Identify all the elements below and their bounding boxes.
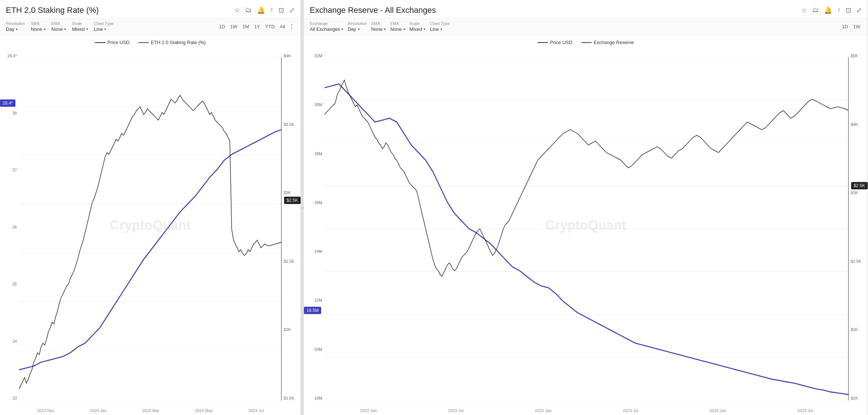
charttype-label: Chart Type [94, 21, 114, 26]
right-scale-label: Scale [410, 21, 426, 26]
ema-label: EMA [51, 21, 66, 26]
scale-select[interactable]: Mixed ▾ [72, 26, 88, 32]
resolution-label: Resolution [6, 21, 25, 26]
right-chart-svg [324, 57, 849, 400]
right-upload-icon[interactable]: ↑ [837, 6, 840, 14]
right-resolution-group: Resolution Day ▾ [348, 21, 367, 32]
star-icon[interactable]: ☆ [234, 6, 240, 14]
right-sma-select[interactable]: None ▾ [371, 26, 386, 32]
right-scale-group: Scale Mixed ▾ [410, 21, 426, 32]
right-charttype-group: Chart Type Line ▾ [430, 21, 450, 32]
right-charttype-select[interactable]: Line ▾ [430, 26, 450, 32]
left-panel-header: ETH 2.0 Staking Rate (%) ☆ 🗂 🔔 ↑ ⊡ ⤢ [0, 0, 301, 18]
right-y-axis-left: 32M 30M 28M 26M 24M 22M 20M 18M [304, 54, 324, 400]
right-folder-icon[interactable]: 🗂 [812, 6, 819, 14]
left-y-axis-right: $4K $3.5K $3K $2.5K $2K $1.5K [282, 54, 301, 400]
right-btn-1d[interactable]: 1D [840, 23, 850, 30]
right-resolution-label: Resolution [348, 21, 367, 26]
right-header-icons: ☆ 🗂 🔔 ↑ ⊡ ⤢ [801, 6, 862, 14]
legend-price-label: Price USD [107, 40, 130, 45]
left-x-axis: 2023 Nov 2024 Jan 2024 Mar 2024 May 2024… [19, 408, 282, 413]
right-exchange-label: Exchange [310, 21, 343, 26]
camera-icon[interactable]: ⊡ [279, 6, 284, 14]
right-ema-label: EMA [390, 21, 405, 26]
btn-1m[interactable]: 1M [241, 23, 251, 30]
right-scale-chevron: ▾ [424, 27, 425, 31]
right-panel-title: Exchange Reserve - All Exchanges [310, 6, 797, 15]
right-chart-area: Price USD Exchange Reserve 32M 30M 28M 2… [304, 35, 868, 415]
right-right-price-badge: $2.5K [851, 182, 868, 189]
upload-icon[interactable]: ↑ [270, 6, 273, 14]
right-resolution-select[interactable]: Day ▾ [348, 26, 367, 32]
right-legend-reserve: Exchange Reserve [581, 40, 634, 45]
left-time-buttons: 1D 1W 1M 1Y YTD All ⋮ [217, 23, 295, 30]
legend-staking-line [138, 42, 149, 43]
left-toolbar: Resolution Day ▾ SMA None ▾ EMA None ▾ S… [0, 18, 301, 35]
right-toolbar: Exchange All Exchanges ▾ Resolution Day … [304, 18, 868, 35]
right-time-buttons: 1D 1W [840, 23, 862, 30]
sma-select[interactable]: None ▾ [31, 26, 46, 32]
legend-price-line [95, 42, 105, 43]
left-chart-svg [19, 57, 282, 400]
right-sma-chevron: ▾ [384, 27, 386, 31]
sma-label: SMA [31, 21, 46, 26]
sma-group: SMA None ▾ [31, 21, 46, 32]
right-legend-price: Price USD [538, 40, 573, 45]
left-header-icons: ☆ 🗂 🔔 ↑ ⊡ ⤢ [234, 6, 295, 14]
charttype-group: Chart Type Line ▾ [94, 21, 114, 32]
charttype-select[interactable]: Line ▾ [94, 26, 114, 32]
right-charttype-chevron: ▾ [440, 27, 442, 31]
btn-1y[interactable]: 1Y [253, 23, 262, 30]
right-current-badge: 18.5M [304, 307, 321, 314]
resolution-chevron: ▾ [16, 27, 18, 31]
right-ema-group: EMA None ▾ [390, 21, 405, 32]
charttype-chevron: ▾ [104, 27, 106, 31]
right-sma-label: SMA [371, 21, 386, 26]
right-ema-select[interactable]: None ▾ [390, 26, 405, 32]
btn-1w[interactable]: 1W [229, 23, 239, 30]
panel-divider[interactable]: → [301, 0, 304, 415]
left-chart-area: Price USD ETH 2.0 Staking Rate (%) 28.4*… [0, 35, 301, 415]
right-bell-icon[interactable]: 🔔 [824, 6, 832, 14]
btn-all[interactable]: All [279, 23, 287, 30]
sma-chevron: ▾ [44, 27, 46, 31]
scale-group: Scale Mixed ▾ [72, 21, 88, 32]
right-charttype-label: Chart Type [430, 21, 450, 26]
right-legend: Price USD Exchange Reserve [538, 40, 634, 45]
resolution-group: Resolution Day ▾ [6, 21, 25, 32]
right-star-icon[interactable]: ☆ [801, 6, 807, 14]
btn-ytd[interactable]: YTD [264, 23, 276, 30]
right-btn-1w[interactable]: 1W [852, 23, 862, 30]
right-resolution-chevron: ▾ [358, 27, 360, 31]
right-scale-select[interactable]: Mixed ▾ [410, 26, 426, 32]
right-legend-price-line [538, 42, 548, 43]
resolution-select[interactable]: Day ▾ [6, 26, 25, 32]
right-exchange-group: Exchange All Exchanges ▾ [310, 21, 343, 32]
right-sma-group: SMA None ▾ [371, 21, 386, 32]
right-expand-icon[interactable]: ⤢ [856, 6, 862, 14]
legend-price: Price USD [95, 40, 130, 45]
ema-group: EMA None ▾ [51, 21, 66, 32]
folder-icon[interactable]: 🗂 [245, 6, 252, 14]
left-current-badge: 28.4* [0, 99, 15, 107]
btn-1d[interactable]: 1D [217, 23, 226, 30]
scale-chevron: ▾ [86, 27, 88, 31]
right-legend-reserve-label: Exchange Reserve [593, 40, 634, 45]
ema-select[interactable]: None ▾ [51, 26, 66, 32]
right-legend-reserve-line [581, 42, 591, 43]
bell-icon[interactable]: 🔔 [257, 6, 265, 14]
legend-staking: ETH 2.0 Staking Rate (%) [138, 40, 206, 45]
right-exchange-select[interactable]: All Exchanges ▾ [310, 26, 343, 32]
scale-label: Scale [72, 21, 88, 26]
left-legend: Price USD ETH 2.0 Staking Rate (%) [95, 40, 206, 45]
right-camera-icon[interactable]: ⊡ [846, 6, 851, 14]
more-btn[interactable]: ⋮ [289, 23, 295, 30]
right-x-axis: 2022 Jan 2022 Jul 2023 Jan 2023 Jul 2024… [324, 408, 849, 413]
expand-icon[interactable]: ⤢ [289, 6, 295, 14]
left-panel-title: ETH 2.0 Staking Rate (%) [6, 6, 230, 15]
left-right-price-badge: $2.5K [284, 197, 301, 204]
exchange-chevron: ▾ [341, 27, 343, 31]
right-ema-chevron: ▾ [403, 27, 405, 31]
left-panel: ETH 2.0 Staking Rate (%) ☆ 🗂 🔔 ↑ ⊡ ⤢ Res… [0, 0, 301, 415]
right-panel: Exchange Reserve - All Exchanges ☆ 🗂 🔔 ↑… [304, 0, 868, 415]
